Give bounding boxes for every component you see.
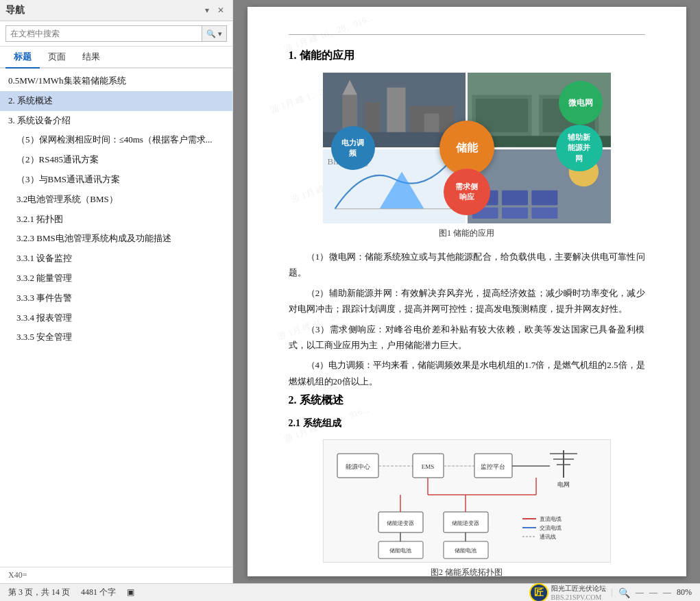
- svg-rect-23: [502, 207, 528, 218]
- nav-item-8[interactable]: 3.2.1 拓扑图: [0, 210, 232, 230]
- dash1: —: [636, 587, 644, 598]
- svg-rect-20: [502, 190, 528, 205]
- char-count: 4481 个字: [81, 587, 116, 598]
- nav-item-4[interactable]: （5）保网检测相应时间：≤40ms（根据客户需求...: [0, 130, 232, 150]
- nav-item-7[interactable]: 3.2电池管理系统（BMS）: [0, 190, 232, 210]
- nav-controls: ▾ ✕: [202, 4, 227, 16]
- para3: （3）需求侧响应：对峰谷电价差和补贴有较大依赖，欧美等发达国家已具备盈利模式，以…: [289, 321, 645, 354]
- nav-footer: X40=: [0, 567, 232, 583]
- page-info: 第 3 页，共 14 页: [8, 587, 70, 598]
- svg-text:储能电池: 储能电池: [455, 548, 476, 554]
- nav-item-10[interactable]: 3.3.1 设备监控: [0, 249, 232, 269]
- nav-tabs: 标题 页面 结果: [0, 47, 232, 69]
- para2: （2）辅助新能源并网：有效解决弃风弃光，提高经济效益；减少瞬时功率变化，减少对电…: [289, 285, 645, 317]
- section1-title: 1. 储能的应用: [289, 49, 645, 63]
- nav-item-1[interactable]: 0.5MW/1MWh集装箱储能系统: [0, 71, 232, 91]
- svg-text:能源中心: 能源中心: [346, 463, 370, 470]
- node-microgrid: 微电网: [559, 81, 603, 125]
- para4: （4）电力调频：平均来看，储能调频效果是水电机组的1.7倍，是燃气机组的2.5倍…: [289, 357, 645, 389]
- svg-text:储能电池: 储能电池: [389, 548, 411, 554]
- nav-item-12[interactable]: 3.3.3 事件告警: [0, 289, 232, 308]
- section2-sub: 2.1 系统组成: [289, 417, 645, 430]
- svg-text:直流电缆: 直流电缆: [540, 516, 562, 522]
- nav-header: 导航 ▾ ✕: [0, 0, 232, 21]
- nav-item-14[interactable]: 3.3.5 安全管理: [0, 328, 232, 347]
- svg-text:电网: 电网: [557, 481, 570, 488]
- svg-text:EMS: EMS: [421, 463, 434, 470]
- logo-url: BBS.21SPV.COM: [551, 593, 606, 602]
- svg-rect-21: [531, 190, 557, 205]
- search-button[interactable]: 🔍 ▾: [202, 25, 227, 42]
- nav-close-button[interactable]: ✕: [215, 4, 227, 16]
- logo-text: 阳光工匠光伏论坛 BBS.21SPV.COM: [551, 584, 606, 602]
- nav-item-11[interactable]: 3.3.2 能量管理: [0, 269, 232, 289]
- document-area: 游 1月 峰 16、28、916... 游 1月 峰 1、28、916... 游…: [233, 0, 700, 583]
- logo-main-text: 阳光工匠光伏论坛: [551, 584, 606, 593]
- zoom-percent: 80%: [677, 587, 692, 598]
- node-renewable: 辅助新能源并网: [556, 125, 603, 171]
- svg-text:通讯线: 通讯线: [540, 534, 556, 540]
- svg-text:监控平台: 监控平台: [481, 463, 505, 470]
- status-bar-right: 匠 阳光工匠光伏论坛 BBS.21SPV.COM | 🔍 — — — 80%: [529, 583, 692, 602]
- center-node-energy: 储能: [439, 121, 494, 175]
- nav-list: 0.5MW/1MWh集装箱储能系统 2. 系统概述 3. 系统设备介绍 （5）保…: [0, 69, 232, 567]
- nav-panel-title: 导航: [5, 4, 25, 16]
- nav-item-6[interactable]: （3）与BMS通讯通讯方案: [0, 170, 232, 190]
- svg-rect-3: [387, 88, 405, 140]
- nav-item-13[interactable]: 3.3.4 报表管理: [0, 308, 232, 328]
- tab-results[interactable]: 结果: [74, 47, 108, 69]
- page-top-rule: [289, 34, 645, 35]
- figure2-caption: 图2 储能系统拓扑图: [431, 567, 503, 578]
- svg-rect-24: [531, 207, 557, 218]
- divider1: |: [612, 587, 613, 598]
- tab-headings[interactable]: 标题: [5, 47, 40, 69]
- svg-text:交流电缆: 交流电缆: [540, 525, 562, 531]
- figure1-container: Bill Saving: [289, 73, 645, 239]
- node-demand: 需求侧响应: [444, 169, 490, 215]
- nav-search-bar: 🔍 ▾: [0, 21, 232, 47]
- nav-minimize-button[interactable]: ▾: [202, 4, 212, 16]
- logo-area: 匠 阳光工匠光伏论坛 BBS.21SPV.COM: [529, 583, 606, 602]
- search-input[interactable]: [5, 25, 202, 42]
- nav-item-3[interactable]: 3. 系统设备介绍: [0, 111, 232, 131]
- figure2-container: 能源中心 EMS 监控平台 电网: [289, 439, 645, 578]
- dash2: —: [649, 587, 657, 598]
- topology-diagram: 能源中心 EMS 监控平台 电网: [323, 439, 611, 563]
- energy-diagram: Bill Saving: [323, 73, 611, 223]
- nav-item-9[interactable]: 3.2.3 BMS电池管理系统构成及功能描述: [0, 229, 232, 249]
- svg-text:储能逆变器: 储能逆变器: [452, 520, 479, 526]
- status-bar: 第 3 页，共 14 页 4481 个字 ▣ 匠 阳光工匠光伏论坛 BBS.21…: [0, 583, 700, 601]
- tab-pages[interactable]: 页面: [40, 47, 74, 69]
- para1: （1）微电网：储能系统独立或与其他能源配合，给负载供电，主要解决供电可靠性问题。: [289, 249, 645, 281]
- figure1-caption: 图1 储能的应用: [439, 228, 494, 239]
- section2-title: 2. 系统概述: [289, 393, 645, 408]
- svg-text:储能逆变器: 储能逆变器: [387, 520, 414, 526]
- nav-item-2[interactable]: 2. 系统概述: [0, 91, 232, 111]
- topology-svg: 能源中心 EMS 监控平台 电网: [324, 440, 611, 563]
- nav-item-5[interactable]: （2）RS485通讯方案: [0, 150, 232, 170]
- layout-icon: ▣: [127, 587, 134, 598]
- zoom-icon[interactable]: 🔍: [618, 587, 630, 598]
- logo-icon: 匠: [529, 583, 548, 602]
- dash3: —: [663, 587, 671, 598]
- node-frequency: 电力调频: [331, 126, 375, 170]
- document-page: 游 1月 峰 16、28、916... 游 1月 峰 1、28、916... 游…: [248, 7, 686, 576]
